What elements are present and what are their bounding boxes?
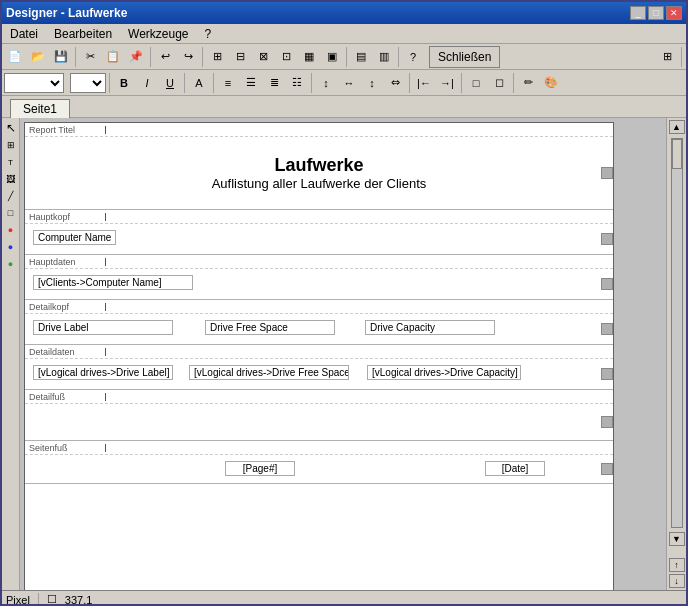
- field-drive-label-data[interactable]: [vLogical drives->Drive Label]: [33, 365, 173, 380]
- lt-btn2[interactable]: ⊞: [3, 137, 19, 153]
- tb-icon4[interactable]: ⊡: [275, 46, 297, 68]
- band-header-detailkopf: Detailkopf: [25, 300, 613, 314]
- band-handle-hauptkopf[interactable]: [601, 233, 613, 245]
- field-computer-name-header[interactable]: Computer Name: [33, 230, 116, 245]
- lt-btn7[interactable]: ●: [3, 222, 19, 238]
- font-name-select[interactable]: [4, 73, 64, 93]
- bold-button[interactable]: B: [113, 72, 135, 94]
- align-left-button[interactable]: ≡: [217, 72, 239, 94]
- sep3: [202, 47, 203, 67]
- align-justify-button[interactable]: ☷: [286, 72, 308, 94]
- field-vclient-computer-name[interactable]: [vClients->Computer Name]: [33, 275, 193, 290]
- band-handle-detailkopf[interactable]: [601, 323, 613, 335]
- field-drive-free-space-data[interactable]: [vLogical drives->Drive Free Space]: [189, 365, 349, 380]
- band-handle-hauptdaten[interactable]: [601, 278, 613, 290]
- tb-icon7[interactable]: ▤: [350, 46, 372, 68]
- select-tool-button[interactable]: ↖: [3, 120, 19, 136]
- close-toolbar-button[interactable]: Schließen: [429, 46, 500, 68]
- sep9: [213, 73, 214, 93]
- report-subtitle[interactable]: Auflistung aller Laufwerke der Clients: [212, 176, 427, 191]
- align-right-button[interactable]: ≣: [263, 72, 285, 94]
- paste-button[interactable]: 📌: [125, 46, 147, 68]
- sep10: [311, 73, 312, 93]
- fmt-btn5[interactable]: |←: [413, 72, 435, 94]
- tb-icon2[interactable]: ⊟: [229, 46, 251, 68]
- fmt-btn8[interactable]: ◻: [488, 72, 510, 94]
- new-button[interactable]: 📄: [4, 46, 26, 68]
- help-button[interactable]: ?: [402, 46, 424, 68]
- scroll-down-button[interactable]: ▼: [669, 532, 685, 546]
- toolbar-row-1: 📄 📂 💾 ✂ 📋 📌 ↩ ↪ ⊞ ⊟ ⊠ ⊡ ▦ ▣ ▤ ▥ ? Schlie…: [2, 44, 686, 70]
- field-drive-label-header[interactable]: Drive Label: [33, 320, 173, 335]
- band-handle-detaildaten[interactable]: [601, 368, 613, 380]
- menu-werkzeuge[interactable]: Werkzeuge: [124, 25, 192, 43]
- field-drive-capacity-header[interactable]: Drive Capacity: [365, 320, 495, 335]
- menu-datei[interactable]: Datei: [6, 25, 42, 43]
- undo-button[interactable]: ↩: [154, 46, 176, 68]
- menu-bearbeiten[interactable]: Bearbeiten: [50, 25, 116, 43]
- status-sep1: [38, 593, 39, 607]
- field-drive-capacity-data[interactable]: [vLogical drives->Drive Capacity]: [367, 365, 521, 380]
- sep11: [409, 73, 410, 93]
- window-close-button[interactable]: ✕: [666, 6, 682, 20]
- status-checkbox: ☐: [47, 593, 57, 606]
- band-label-hauptdaten: Hauptdaten: [29, 257, 76, 267]
- fmt-btn4[interactable]: ⇔: [384, 72, 406, 94]
- band-handle-report-title[interactable]: [601, 167, 613, 179]
- lt-btn3[interactable]: T: [3, 154, 19, 170]
- arrow-up-button[interactable]: ↑: [669, 558, 685, 572]
- band-report-title: Report Titel Laufwerke Auflistung aller …: [25, 123, 613, 210]
- minimize-button[interactable]: _: [630, 6, 646, 20]
- redo-button[interactable]: ↪: [177, 46, 199, 68]
- tb-icon5[interactable]: ▦: [298, 46, 320, 68]
- underline-button[interactable]: U: [159, 72, 181, 94]
- align-center-button[interactable]: ☰: [240, 72, 262, 94]
- open-button[interactable]: 📂: [27, 46, 49, 68]
- band-handle-seitenfuss[interactable]: [601, 463, 613, 475]
- copy-button[interactable]: 📋: [102, 46, 124, 68]
- lt-btn6[interactable]: □: [3, 205, 19, 221]
- band-seitenfuss: Seitenfuß [Page#] [Date]: [25, 441, 613, 484]
- field-drive-free-space-header[interactable]: Drive Free Space: [205, 320, 335, 335]
- band-tick-detailkopf: [105, 303, 106, 311]
- band-handle-detailfuss[interactable]: [601, 416, 613, 428]
- sep7: [109, 73, 110, 93]
- text-color-button[interactable]: A: [188, 72, 210, 94]
- band-body-hauptkopf: Computer Name: [25, 224, 613, 254]
- vertical-scrollbar-thumb[interactable]: [672, 139, 682, 169]
- band-detailkopf: Detailkopf Drive Label Drive Free Space …: [25, 300, 613, 345]
- tab-seite1[interactable]: Seite1: [10, 99, 70, 118]
- designer-page: Report Titel Laufwerke Auflistung aller …: [24, 122, 614, 590]
- scroll-up-button[interactable]: ▲: [669, 120, 685, 134]
- fmt-btn2[interactable]: ↔: [338, 72, 360, 94]
- save-button[interactable]: 💾: [50, 46, 72, 68]
- menu-bar: Datei Bearbeiten Werkzeuge ?: [2, 24, 686, 44]
- fmt-btn7[interactable]: □: [465, 72, 487, 94]
- italic-button[interactable]: I: [136, 72, 158, 94]
- lt-btn9[interactable]: ●: [3, 256, 19, 272]
- vertical-scrollbar-track[interactable]: [671, 138, 683, 528]
- cut-button[interactable]: ✂: [79, 46, 101, 68]
- fmt-btn1[interactable]: ↕: [315, 72, 337, 94]
- font-size-select[interactable]: [70, 73, 106, 93]
- tb-icon8[interactable]: ▥: [373, 46, 395, 68]
- tb-icon3[interactable]: ⊠: [252, 46, 274, 68]
- tb-icon9[interactable]: ⊞: [656, 46, 678, 68]
- maximize-button[interactable]: □: [648, 6, 664, 20]
- menu-help[interactable]: ?: [201, 25, 216, 43]
- lt-btn5[interactable]: ╱: [3, 188, 19, 204]
- band-tick-hauptdaten: [105, 258, 106, 266]
- tb-icon1[interactable]: ⊞: [206, 46, 228, 68]
- fmt-btn9[interactable]: ✏: [517, 72, 539, 94]
- fmt-btn3[interactable]: ↕: [361, 72, 383, 94]
- report-main-title[interactable]: Laufwerke: [274, 155, 363, 176]
- field-page-number[interactable]: [Page#]: [225, 461, 295, 476]
- field-date[interactable]: [Date]: [485, 461, 545, 476]
- fmt-btn10[interactable]: 🎨: [540, 72, 562, 94]
- tb-icon6[interactable]: ▣: [321, 46, 343, 68]
- lt-btn8[interactable]: ●: [3, 239, 19, 255]
- arrow-down-button[interactable]: ↓: [669, 574, 685, 588]
- canvas-wrapper[interactable]: Report Titel Laufwerke Auflistung aller …: [20, 118, 666, 590]
- fmt-btn6[interactable]: →|: [436, 72, 458, 94]
- lt-btn4[interactable]: 🖼: [3, 171, 19, 187]
